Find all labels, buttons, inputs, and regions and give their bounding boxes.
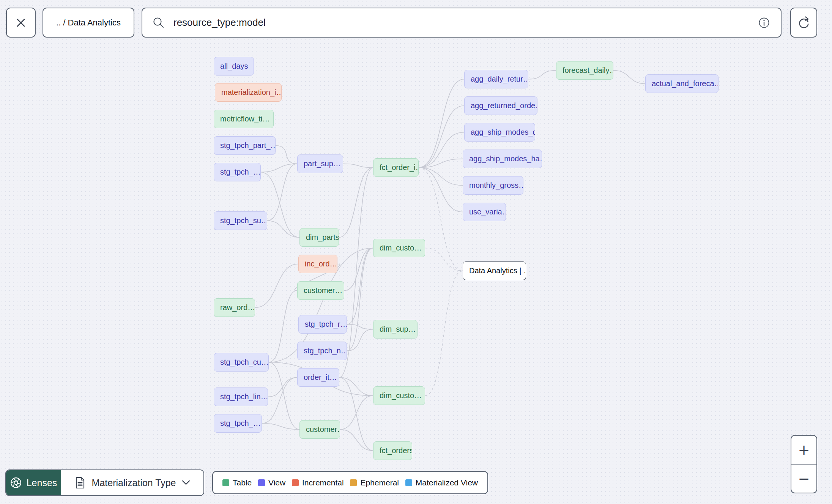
graph-node-n22[interactable]: dim_custo…: [373, 386, 425, 405]
graph-node-n02[interactable]: materialization_i…: [215, 83, 282, 102]
zoom-out-button[interactable]: −: [791, 464, 816, 493]
document-icon: [74, 476, 86, 489]
lineage-canvas[interactable]: all_daysmaterialization_i…metricflow_ti……: [0, 0, 832, 504]
graph-node-n12[interactable]: dim_parts: [299, 228, 339, 247]
legend-item: Table: [222, 478, 252, 487]
search-input[interactable]: [173, 16, 750, 29]
graph-node-n16[interactable]: stg_tpch_n…: [297, 342, 347, 360]
lens-controls: Lenses Materialization Type: [5, 469, 204, 496]
legend-item: Ephemeral: [350, 478, 399, 487]
legend-swatch: [292, 479, 299, 486]
edge: [419, 106, 464, 168]
close-button[interactable]: [6, 8, 36, 38]
graph-node-n30[interactable]: Data Analytics | …: [463, 261, 526, 280]
edge: [347, 324, 373, 329]
legend-label: View: [268, 478, 285, 487]
graph-node-n17[interactable]: order_it…: [297, 368, 339, 387]
aperture-icon: [10, 477, 22, 488]
edge: [419, 159, 463, 168]
legend-item: View: [258, 478, 285, 487]
refresh-icon: [796, 15, 812, 30]
edge: [339, 168, 373, 238]
edge: [261, 164, 297, 172]
lenses-label: Lenses: [27, 477, 57, 488]
lens-selector[interactable]: Materialization Type: [61, 470, 203, 495]
legend-item: Incremental: [292, 478, 344, 487]
graph-node-n20[interactable]: dim_custo…: [373, 239, 425, 257]
edge: [276, 146, 297, 164]
edge-dashed: [419, 168, 463, 271]
edge: [269, 291, 297, 362]
legend-swatch: [405, 479, 412, 486]
edge: [419, 79, 464, 168]
graph-node-n15[interactable]: stg_tpch_r…: [298, 315, 347, 334]
edge: [267, 221, 299, 238]
close-icon: [15, 17, 27, 29]
plus-icon: +: [798, 442, 810, 458]
graph-node-n09[interactable]: stg_tpch_lin…: [214, 387, 268, 406]
graph-node-n18[interactable]: customer…: [299, 420, 340, 439]
legend-label: Table: [233, 478, 252, 487]
edge: [339, 378, 373, 396]
edge: [268, 378, 297, 397]
edge: [343, 164, 373, 168]
breadcrumb[interactable]: .. / Data Analytics: [43, 8, 134, 38]
graph-node-n19[interactable]: fct_order_i…: [373, 158, 419, 177]
legend-swatch: [258, 479, 265, 486]
graph-node-n13[interactable]: inc_ord…: [298, 255, 337, 273]
graph-node-n03[interactable]: metricflow_ti…: [214, 110, 274, 128]
edge-dashed: [425, 271, 463, 396]
graph-node-n10[interactable]: stg_tpch_…: [214, 414, 262, 433]
graph-node-n29[interactable]: use_varia…: [463, 203, 506, 221]
edge: [613, 71, 645, 84]
graph-node-n01[interactable]: all_days: [214, 57, 254, 76]
graph-node-n26[interactable]: agg_ship_modes_d…: [464, 123, 535, 142]
graph-node-n32[interactable]: actual_and_foreca…: [645, 74, 719, 93]
graph-node-n27[interactable]: agg_ship_modes_ha…: [463, 150, 542, 168]
edge: [347, 329, 373, 351]
refresh-button[interactable]: [790, 8, 817, 38]
graph-node-n21[interactable]: dim_sup…: [373, 320, 418, 339]
legend-label: Materialized View: [416, 478, 478, 487]
legend-label: Ephemeral: [360, 478, 399, 487]
search-icon: [152, 16, 165, 29]
graph-node-n23[interactable]: fct_orders: [373, 441, 412, 460]
edge: [255, 264, 298, 308]
graph-node-n08[interactable]: stg_tpch_cu…: [214, 353, 269, 372]
edge: [419, 168, 463, 212]
chevron-down-icon: [182, 480, 190, 485]
graph-node-n31[interactable]: forecast_daily…: [556, 61, 613, 80]
search-bar[interactable]: [142, 8, 782, 38]
graph-node-n07[interactable]: raw_ord…: [214, 298, 255, 317]
legend: TableViewIncrementalEphemeralMaterialize…: [212, 471, 488, 494]
zoom-controls: + −: [791, 435, 817, 493]
graph-node-n25[interactable]: agg_returned_orde…: [464, 96, 537, 115]
graph-node-n05[interactable]: stg_tpch_…: [214, 163, 261, 181]
graph-node-n28[interactable]: monthly_gross…: [463, 176, 523, 195]
graph-node-n11[interactable]: part_sup…: [297, 154, 343, 173]
edge: [528, 71, 556, 79]
graph-node-n14[interactable]: customer…: [297, 281, 344, 300]
info-icon[interactable]: [757, 16, 771, 30]
graph-node-n04[interactable]: stg_tpch_part_…: [214, 136, 276, 155]
legend-swatch: [350, 479, 357, 486]
minus-icon: −: [798, 471, 810, 487]
lens-selector-value: Materialization Type: [92, 477, 176, 488]
edge-dashed: [425, 248, 463, 271]
edge: [340, 430, 373, 451]
edge: [340, 396, 373, 430]
edge: [347, 248, 373, 324]
legend-swatch: [222, 479, 229, 486]
legend-item: Materialized View: [405, 478, 478, 487]
edge: [419, 168, 463, 186]
graph-node-n06[interactable]: stg_tpch_su…: [214, 211, 267, 230]
lenses-button[interactable]: Lenses: [6, 470, 61, 495]
edge: [344, 248, 373, 291]
zoom-in-button[interactable]: +: [791, 436, 816, 464]
legend-label: Incremental: [302, 478, 344, 487]
breadcrumb-label: .. / Data Analytics: [56, 18, 121, 28]
graph-node-n24[interactable]: agg_daily_retur…: [464, 70, 528, 88]
